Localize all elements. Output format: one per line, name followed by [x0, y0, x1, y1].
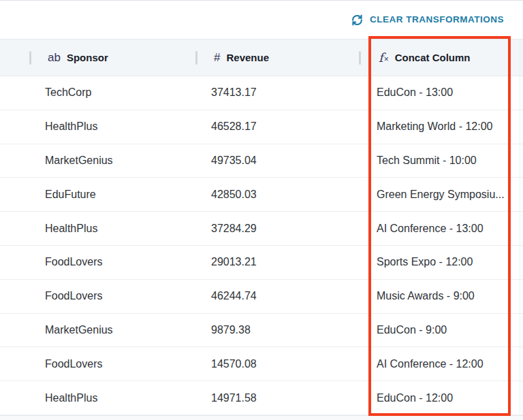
- cell-revenue[interactable]: 46528.17: [195, 120, 359, 133]
- table-row: FoodLovers 29013.21 Sports Expo - 12:00: [0, 246, 523, 280]
- table-row: HealthPlus 46528.17 Marketing World - 12…: [0, 110, 523, 144]
- column-header-revenue[interactable]: # Revenue: [195, 39, 359, 76]
- cell-concat[interactable]: EduCon - 9:00: [359, 324, 523, 336]
- cell-sponsor[interactable]: TechCorp: [0, 86, 195, 99]
- table-row: MarketGenius 9879.38 EduCon - 9:00: [0, 314, 523, 348]
- cell-revenue[interactable]: 37284.29: [195, 223, 359, 235]
- cell-sponsor[interactable]: HealthPlus: [0, 392, 195, 404]
- cell-concat[interactable]: AI Conference - 12:00: [359, 358, 523, 370]
- table-row: TechCorp 37413.17 EduCon - 13:00: [0, 76, 523, 110]
- cell-sponsor[interactable]: FoodLovers: [0, 256, 195, 268]
- table-body: TechCorp 37413.17 EduCon - 13:00 HealthP…: [0, 76, 523, 415]
- cell-revenue[interactable]: 14570.08: [195, 358, 359, 370]
- cell-concat[interactable]: EduCon - 13:00: [359, 86, 523, 99]
- refresh-icon: [351, 14, 364, 27]
- cell-sponsor[interactable]: MarketGenius: [0, 155, 195, 167]
- toolbar: CLEAR TRANSFORMATIONS: [0, 1, 523, 39]
- cell-revenue[interactable]: 46244.74: [195, 290, 359, 302]
- formula-type-icon: f×: [379, 52, 389, 64]
- table-row: MarketGenius 49735.04 Tech Summit - 10:0…: [0, 144, 523, 178]
- cell-concat[interactable]: Tech Summit - 10:00: [359, 155, 523, 167]
- clear-transformations-button[interactable]: CLEAR TRANSFORMATIONS: [351, 14, 504, 27]
- table-row: FoodLovers 14570.08 AI Conference - 12:0…: [0, 347, 523, 381]
- cell-sponsor[interactable]: FoodLovers: [0, 358, 195, 370]
- cell-concat[interactable]: Marketing World - 12:00: [359, 120, 523, 133]
- cell-revenue[interactable]: 9879.38: [195, 324, 359, 336]
- number-type-icon: #: [214, 52, 220, 63]
- cell-revenue[interactable]: 14971.58: [195, 392, 359, 404]
- table-row: HealthPlus 37284.29 AI Conference - 13:0…: [0, 212, 523, 246]
- cell-concat[interactable]: AI Conference - 13:00: [359, 223, 523, 235]
- cell-revenue[interactable]: 42850.03: [195, 189, 359, 201]
- column-header-label: Revenue: [226, 52, 269, 63]
- cell-concat[interactable]: EduCon - 12:00: [359, 392, 523, 404]
- table-header: ab Sponsor # Revenue f× Concat Column: [0, 39, 523, 76]
- table-row: HealthPlus 14971.58 EduCon - 12:00: [0, 381, 523, 415]
- cell-concat[interactable]: Green Energy Symposiu...: [359, 189, 523, 201]
- cell-concat[interactable]: Sports Expo - 12:00: [359, 256, 523, 268]
- column-resize-handle-sponsor[interactable]: [29, 51, 31, 65]
- cell-concat[interactable]: Music Awards - 9:00: [359, 290, 523, 302]
- footer-strip: [0, 415, 523, 420]
- cell-sponsor[interactable]: EduFuture: [0, 189, 195, 201]
- table-row: FoodLovers 46244.74 Music Awards - 9:00: [0, 280, 523, 314]
- column-header-label: Concat Column: [395, 52, 471, 63]
- column-resize-handle-concat[interactable]: [359, 51, 361, 65]
- clear-transformations-label: CLEAR TRANSFORMATIONS: [370, 15, 504, 25]
- data-table-view: CLEAR TRANSFORMATIONS ab Sponsor # Reven…: [0, 0, 523, 420]
- cell-sponsor[interactable]: HealthPlus: [0, 223, 195, 235]
- cell-revenue[interactable]: 37413.17: [195, 86, 359, 99]
- table-row: EduFuture 42850.03 Green Energy Symposiu…: [0, 178, 523, 212]
- cell-sponsor[interactable]: MarketGenius: [0, 324, 195, 336]
- column-header-concat[interactable]: f× Concat Column: [359, 39, 523, 76]
- cell-revenue[interactable]: 49735.04: [195, 155, 359, 167]
- cell-revenue[interactable]: 29013.21: [195, 256, 359, 268]
- cell-sponsor[interactable]: FoodLovers: [0, 290, 195, 302]
- cell-sponsor[interactable]: HealthPlus: [0, 120, 195, 133]
- column-header-label: Sponsor: [67, 52, 108, 63]
- column-resize-handle-revenue[interactable]: [195, 51, 197, 65]
- text-type-icon: ab: [48, 52, 61, 63]
